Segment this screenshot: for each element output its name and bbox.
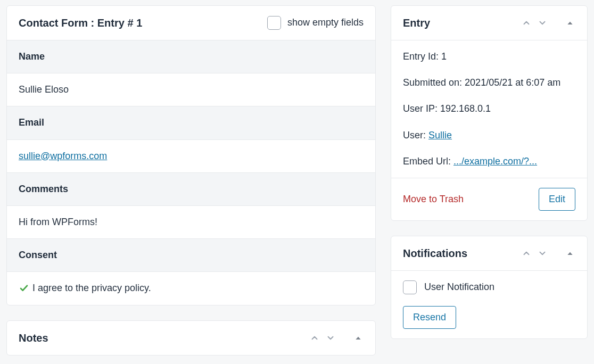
- checkmark-icon: [19, 284, 29, 293]
- user-notification-checkbox[interactable]: [403, 280, 417, 294]
- entry-collapse-button[interactable]: [565, 18, 575, 28]
- entry-meta-title: Entry: [403, 15, 430, 30]
- field-value-name: Sullie Eloso: [7, 73, 375, 106]
- field-label-comments: Comments: [7, 173, 375, 206]
- show-empty-fields-label: show empty fields: [287, 16, 364, 29]
- field-label-name: Name: [7, 40, 375, 73]
- entry-title: Contact Form : Entry # 1: [19, 15, 142, 30]
- notes-prev-button[interactable]: [309, 333, 320, 343]
- user-notification-label: User Notification: [424, 280, 494, 294]
- move-to-trash-link[interactable]: Move to Trash: [403, 193, 464, 206]
- field-value-comments: Hi from WPForms!: [7, 206, 375, 239]
- field-value-email-link[interactable]: sullie@wpforms.com: [19, 151, 107, 161]
- entry-meta-card: Entry Entry Id: 1: [391, 5, 588, 221]
- notes-next-button[interactable]: [325, 333, 336, 343]
- notifications-collapse-button[interactable]: [565, 248, 575, 259]
- user-line: User: Sullie: [403, 129, 575, 142]
- show-empty-fields-toggle[interactable]: show empty fields: [267, 16, 364, 30]
- entry-id-line: Entry Id: 1: [403, 50, 575, 63]
- entry-fields-card: Contact Form : Entry # 1 show empty fiel…: [6, 5, 376, 305]
- notifications-next-button[interactable]: [537, 248, 548, 259]
- entry-next-button[interactable]: [537, 18, 548, 28]
- field-value-consent: I agree to the privacy policy.: [32, 282, 151, 295]
- show-empty-fields-checkbox[interactable]: [267, 16, 281, 30]
- embed-url-link[interactable]: .../example.com/?...: [453, 156, 537, 167]
- embed-url-line: Embed Url: .../example.com/?...: [403, 155, 575, 168]
- submitted-on-line: Submitted on: 2021/05/21 at 6:07 am: [403, 76, 575, 89]
- user-link[interactable]: Sullie: [428, 130, 452, 140]
- notifications-card: Notifications User Not: [391, 236, 588, 339]
- notes-card: Notes: [6, 320, 376, 355]
- edit-button[interactable]: Edit: [539, 188, 575, 211]
- user-ip-line: User IP: 192.168.0.1: [403, 102, 575, 115]
- notifications-prev-button[interactable]: [521, 248, 532, 259]
- notifications-title: Notifications: [403, 246, 467, 261]
- entry-prev-button[interactable]: [521, 18, 532, 28]
- field-label-consent: Consent: [7, 239, 375, 272]
- notes-title: Notes: [19, 330, 48, 345]
- field-label-email: Email: [7, 106, 375, 139]
- notes-collapse-button[interactable]: [353, 333, 364, 343]
- resend-button[interactable]: Resend: [403, 306, 456, 329]
